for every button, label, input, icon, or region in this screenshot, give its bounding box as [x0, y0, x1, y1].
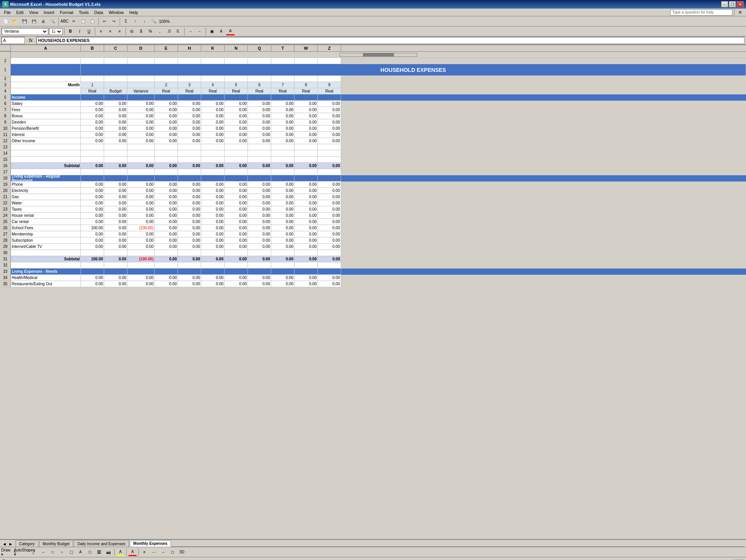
c15A[interactable]	[11, 157, 81, 163]
c16H[interactable]: 0.00	[178, 163, 201, 169]
c33H[interactable]	[178, 269, 201, 275]
c12D[interactable]: 0.00	[127, 138, 155, 144]
c27Q[interactable]: 0.00	[248, 231, 271, 237]
c12N[interactable]: 0.00	[225, 138, 248, 144]
c7E[interactable]: 0.00	[155, 107, 178, 113]
paste-btn[interactable]: 📋	[88, 17, 97, 25]
c18B[interactable]	[81, 175, 104, 181]
c16C[interactable]: 0.00	[104, 163, 127, 169]
fx-btn[interactable]: fx	[26, 37, 35, 44]
c26E[interactable]: 0.00	[155, 225, 178, 231]
c11Q[interactable]: 0.00	[248, 132, 271, 138]
c24Z[interactable]: 0.00	[318, 213, 341, 219]
c28E[interactable]: 0.00	[155, 237, 178, 244]
c27K[interactable]: 0.00	[201, 231, 225, 237]
cell-m3[interactable]: 3	[178, 82, 201, 88]
c30A[interactable]	[11, 250, 81, 256]
c8Z[interactable]: 0.00	[318, 113, 341, 119]
cell-2W[interactable]	[295, 58, 318, 64]
c35T[interactable]: 0.00	[271, 281, 295, 287]
c14K[interactable]	[201, 150, 225, 157]
c25B[interactable]: 0.00	[81, 219, 104, 225]
c14D[interactable]	[127, 150, 155, 157]
c27W[interactable]: 0.00	[295, 231, 318, 237]
c12Z[interactable]: 0.00	[318, 138, 341, 144]
c27C[interactable]: 0.00	[104, 231, 127, 237]
c4A[interactable]	[11, 88, 81, 94]
c17D[interactable]	[127, 169, 155, 175]
c32K[interactable]	[201, 262, 225, 269]
close-button[interactable]: ✕	[737, 1, 744, 7]
c29T[interactable]: 0.00	[271, 244, 295, 250]
c35D[interactable]: 0.00	[127, 281, 155, 287]
c34E[interactable]: 0.00	[155, 275, 178, 281]
c-r2E[interactable]	[155, 76, 178, 82]
c32B[interactable]	[81, 262, 104, 269]
c31Z[interactable]: 0.00	[318, 256, 341, 262]
c26C[interactable]: 0.00	[104, 225, 127, 231]
c33D[interactable]	[127, 269, 155, 275]
c4N[interactable]: Real	[225, 88, 248, 94]
maximize-button[interactable]: ❐	[729, 1, 736, 7]
c14C[interactable]	[104, 150, 127, 157]
c13N[interactable]	[225, 144, 248, 150]
c7A[interactable]: Fees	[11, 107, 81, 113]
c16N[interactable]: 0.00	[225, 163, 248, 169]
c-r2Z[interactable]	[318, 76, 341, 82]
c-r2B[interactable]	[81, 76, 104, 82]
3d-btn[interactable]: 3D	[178, 548, 186, 556]
c28K[interactable]: 0.00	[201, 237, 225, 244]
sort-desc-btn[interactable]: ↓	[140, 17, 149, 25]
c19K[interactable]: 0.00	[201, 181, 225, 188]
cell-m9[interactable]: 9	[318, 82, 341, 88]
cell-2N[interactable]	[225, 58, 248, 64]
c6E[interactable]: 0.00	[155, 101, 178, 107]
c32T[interactable]	[271, 262, 295, 269]
c16A[interactable]: Subtotal	[11, 163, 81, 169]
c9Q[interactable]: 0.00	[248, 119, 271, 126]
c32D[interactable]	[127, 262, 155, 269]
c20K[interactable]: 0.00	[201, 188, 225, 194]
clipart-btn[interactable]: 🖼	[95, 548, 103, 556]
c31H[interactable]: 0.00	[178, 256, 201, 262]
c11D[interactable]: 0.00	[127, 132, 155, 138]
open-btn[interactable]: 📂	[11, 17, 19, 25]
c4D[interactable]: Variance	[127, 88, 155, 94]
c27T[interactable]: 0.00	[271, 231, 295, 237]
c18E[interactable]	[155, 175, 178, 181]
tab-scroll-left[interactable]: ◀	[2, 541, 7, 547]
c23C[interactable]: 0.00	[104, 206, 127, 213]
c11C[interactable]: 0.00	[104, 132, 127, 138]
c5Q[interactable]	[248, 94, 271, 101]
c33Z[interactable]	[318, 269, 341, 275]
formula-input[interactable]: HOUSEHOLD EXPENSES	[37, 37, 744, 44]
c25C[interactable]: 0.00	[104, 219, 127, 225]
c6H[interactable]: 0.00	[178, 101, 201, 107]
col-header-Q[interactable]: Q	[248, 45, 271, 51]
comma-btn[interactable]: ,	[155, 28, 164, 35]
c15Q[interactable]	[248, 157, 271, 163]
c34A[interactable]: Health/Medical	[11, 275, 81, 281]
c30W[interactable]	[295, 250, 318, 256]
c33A[interactable]: Living Expenses - Needs	[11, 269, 81, 275]
col-header-Z[interactable]: Z	[318, 45, 341, 51]
c19B[interactable]: 0.00	[81, 181, 104, 188]
c33E[interactable]	[155, 269, 178, 275]
c6B[interactable]: 0.00	[81, 101, 104, 107]
c19T[interactable]: 0.00	[271, 181, 295, 188]
c23W[interactable]: 0.00	[295, 206, 318, 213]
c25H[interactable]: 0.00	[178, 219, 201, 225]
c15E[interactable]	[155, 157, 178, 163]
c31D[interactable]: (100.00)	[127, 256, 155, 262]
c10N[interactable]: 0.00	[225, 126, 248, 132]
c35K[interactable]: 0.00	[201, 281, 225, 287]
c-r2A[interactable]	[11, 76, 81, 82]
c27D[interactable]: 0.00	[127, 231, 155, 237]
c31K[interactable]: 0.00	[201, 256, 225, 262]
c14T[interactable]	[271, 150, 295, 157]
c30Q[interactable]	[248, 250, 271, 256]
c15Z[interactable]	[318, 157, 341, 163]
c4Z[interactable]: Real	[318, 88, 341, 94]
c17A[interactable]	[11, 169, 81, 175]
c20C[interactable]: 0.00	[104, 188, 127, 194]
